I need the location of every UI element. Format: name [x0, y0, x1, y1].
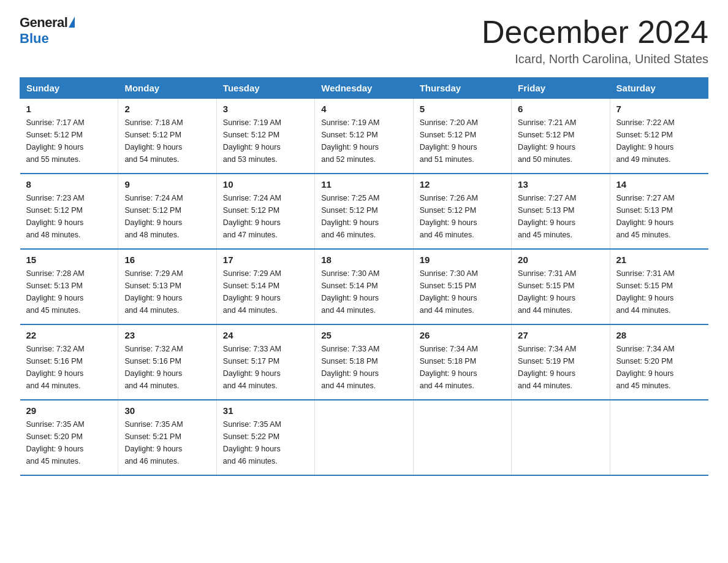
day-number: 2 [124, 104, 210, 114]
day-info: Sunrise: 7:20 AM Sunset: 5:12 PM Dayligh… [420, 117, 505, 166]
day-info: Sunrise: 7:35 AM Sunset: 5:21 PM Dayligh… [124, 418, 210, 467]
day-number: 17 [223, 255, 308, 265]
day-info: Sunrise: 7:32 AM Sunset: 5:16 PM Dayligh… [26, 343, 112, 392]
calendar-day-cell: 19 Sunrise: 7:30 AM Sunset: 5:15 PM Dayl… [413, 249, 511, 324]
page-header: General Blue December 2024 Icard, North … [20, 15, 708, 66]
day-number: 27 [518, 330, 603, 340]
day-info: Sunrise: 7:17 AM Sunset: 5:12 PM Dayligh… [26, 117, 112, 166]
day-info: Sunrise: 7:31 AM Sunset: 5:15 PM Dayligh… [518, 267, 603, 316]
day-number: 19 [420, 255, 505, 265]
day-info: Sunrise: 7:33 AM Sunset: 5:18 PM Dayligh… [321, 343, 406, 392]
calendar-day-cell: 8 Sunrise: 7:23 AM Sunset: 5:12 PM Dayli… [20, 174, 118, 249]
calendar-body: 1 Sunrise: 7:17 AM Sunset: 5:12 PM Dayli… [20, 99, 708, 476]
day-info: Sunrise: 7:35 AM Sunset: 5:20 PM Dayligh… [26, 418, 112, 467]
logo: General Blue [20, 15, 75, 47]
calendar-day-cell: 27 Sunrise: 7:34 AM Sunset: 5:19 PM Dayl… [512, 324, 610, 400]
calendar-day-cell: 24 Sunrise: 7:33 AM Sunset: 5:17 PM Dayl… [216, 324, 314, 400]
calendar-day-cell: 26 Sunrise: 7:34 AM Sunset: 5:18 PM Dayl… [413, 324, 511, 400]
calendar-day-cell: 29 Sunrise: 7:35 AM Sunset: 5:20 PM Dayl… [20, 400, 118, 475]
calendar-day-cell: 15 Sunrise: 7:28 AM Sunset: 5:13 PM Dayl… [20, 249, 118, 324]
header-wednesday: Wednesday [315, 78, 413, 99]
day-number: 9 [124, 179, 210, 190]
header-row: SundayMondayTuesdayWednesdayThursdayFrid… [20, 78, 708, 99]
header-sunday: Sunday [20, 78, 118, 99]
day-number: 16 [124, 255, 210, 265]
day-info: Sunrise: 7:29 AM Sunset: 5:14 PM Dayligh… [223, 267, 308, 316]
calendar-day-cell: 2 Sunrise: 7:18 AM Sunset: 5:12 PM Dayli… [118, 99, 216, 174]
day-info: Sunrise: 7:34 AM Sunset: 5:19 PM Dayligh… [518, 343, 603, 392]
day-info: Sunrise: 7:27 AM Sunset: 5:13 PM Dayligh… [616, 192, 702, 241]
day-number: 25 [321, 330, 406, 340]
title-block: December 2024 Icard, North Carolina, Uni… [482, 15, 708, 66]
calendar-day-cell: 7 Sunrise: 7:22 AM Sunset: 5:12 PM Dayli… [610, 99, 708, 174]
day-info: Sunrise: 7:18 AM Sunset: 5:12 PM Dayligh… [124, 117, 210, 166]
day-number: 29 [26, 405, 112, 416]
calendar-day-cell: 14 Sunrise: 7:27 AM Sunset: 5:13 PM Dayl… [610, 174, 708, 249]
day-number: 10 [223, 179, 308, 190]
calendar-day-cell: 4 Sunrise: 7:19 AM Sunset: 5:12 PM Dayli… [315, 99, 413, 174]
day-number: 23 [124, 330, 210, 340]
day-info: Sunrise: 7:19 AM Sunset: 5:12 PM Dayligh… [321, 117, 406, 166]
calendar-day-cell: 20 Sunrise: 7:31 AM Sunset: 5:15 PM Dayl… [512, 249, 610, 324]
day-number: 5 [420, 104, 505, 114]
calendar-week-row: 29 Sunrise: 7:35 AM Sunset: 5:20 PM Dayl… [20, 400, 708, 475]
day-number: 14 [616, 179, 702, 190]
day-number: 4 [321, 104, 406, 114]
day-number: 3 [223, 104, 308, 114]
day-info: Sunrise: 7:30 AM Sunset: 5:15 PM Dayligh… [420, 267, 505, 316]
calendar-day-cell [413, 400, 511, 475]
calendar-day-cell: 25 Sunrise: 7:33 AM Sunset: 5:18 PM Dayl… [315, 324, 413, 400]
calendar-day-cell: 16 Sunrise: 7:29 AM Sunset: 5:13 PM Dayl… [118, 249, 216, 324]
location-subtitle: Icard, North Carolina, United States [482, 52, 708, 66]
day-number: 31 [223, 405, 308, 416]
day-info: Sunrise: 7:27 AM Sunset: 5:13 PM Dayligh… [518, 192, 603, 241]
calendar-day-cell: 1 Sunrise: 7:17 AM Sunset: 5:12 PM Dayli… [20, 99, 118, 174]
calendar-day-cell: 21 Sunrise: 7:31 AM Sunset: 5:15 PM Dayl… [610, 249, 708, 324]
day-info: Sunrise: 7:23 AM Sunset: 5:12 PM Dayligh… [26, 192, 112, 241]
day-number: 28 [616, 330, 702, 340]
day-number: 1 [26, 104, 112, 114]
header-thursday: Thursday [413, 78, 511, 99]
day-number: 15 [26, 255, 112, 265]
day-info: Sunrise: 7:34 AM Sunset: 5:20 PM Dayligh… [616, 343, 702, 392]
day-info: Sunrise: 7:34 AM Sunset: 5:18 PM Dayligh… [420, 343, 505, 392]
day-number: 8 [26, 179, 112, 190]
header-saturday: Saturday [610, 78, 708, 99]
calendar-day-cell: 11 Sunrise: 7:25 AM Sunset: 5:12 PM Dayl… [315, 174, 413, 249]
day-number: 11 [321, 179, 406, 190]
day-info: Sunrise: 7:26 AM Sunset: 5:12 PM Dayligh… [420, 192, 505, 241]
day-number: 21 [616, 255, 702, 265]
day-number: 12 [420, 179, 505, 190]
calendar-day-cell: 22 Sunrise: 7:32 AM Sunset: 5:16 PM Dayl… [20, 324, 118, 400]
day-info: Sunrise: 7:30 AM Sunset: 5:14 PM Dayligh… [321, 267, 406, 316]
calendar-day-cell: 12 Sunrise: 7:26 AM Sunset: 5:12 PM Dayl… [413, 174, 511, 249]
logo-blue-text: Blue [20, 31, 75, 47]
calendar-day-cell: 5 Sunrise: 7:20 AM Sunset: 5:12 PM Dayli… [413, 99, 511, 174]
logo-general-text: General [20, 15, 67, 31]
calendar-week-row: 15 Sunrise: 7:28 AM Sunset: 5:13 PM Dayl… [20, 249, 708, 324]
day-info: Sunrise: 7:31 AM Sunset: 5:15 PM Dayligh… [616, 267, 702, 316]
calendar-day-cell: 28 Sunrise: 7:34 AM Sunset: 5:20 PM Dayl… [610, 324, 708, 400]
calendar-table: SundayMondayTuesdayWednesdayThursdayFrid… [20, 77, 708, 476]
calendar-week-row: 22 Sunrise: 7:32 AM Sunset: 5:16 PM Dayl… [20, 324, 708, 400]
calendar-day-cell: 9 Sunrise: 7:24 AM Sunset: 5:12 PM Dayli… [118, 174, 216, 249]
day-info: Sunrise: 7:35 AM Sunset: 5:22 PM Dayligh… [223, 418, 308, 467]
calendar-day-cell [315, 400, 413, 475]
header-friday: Friday [512, 78, 610, 99]
day-info: Sunrise: 7:24 AM Sunset: 5:12 PM Dayligh… [223, 192, 308, 241]
calendar-day-cell: 17 Sunrise: 7:29 AM Sunset: 5:14 PM Dayl… [216, 249, 314, 324]
calendar-day-cell: 23 Sunrise: 7:32 AM Sunset: 5:16 PM Dayl… [118, 324, 216, 400]
day-number: 6 [518, 104, 603, 114]
calendar-day-cell: 6 Sunrise: 7:21 AM Sunset: 5:12 PM Dayli… [512, 99, 610, 174]
calendar-day-cell: 10 Sunrise: 7:24 AM Sunset: 5:12 PM Dayl… [216, 174, 314, 249]
day-info: Sunrise: 7:32 AM Sunset: 5:16 PM Dayligh… [124, 343, 210, 392]
calendar-day-cell [512, 400, 610, 475]
calendar-day-cell: 31 Sunrise: 7:35 AM Sunset: 5:22 PM Dayl… [216, 400, 314, 475]
day-info: Sunrise: 7:19 AM Sunset: 5:12 PM Dayligh… [223, 117, 308, 166]
calendar-day-cell: 30 Sunrise: 7:35 AM Sunset: 5:21 PM Dayl… [118, 400, 216, 475]
day-number: 22 [26, 330, 112, 340]
day-number: 24 [223, 330, 308, 340]
day-number: 20 [518, 255, 603, 265]
calendar-week-row: 8 Sunrise: 7:23 AM Sunset: 5:12 PM Dayli… [20, 174, 708, 249]
calendar-header: SundayMondayTuesdayWednesdayThursdayFrid… [20, 78, 708, 99]
